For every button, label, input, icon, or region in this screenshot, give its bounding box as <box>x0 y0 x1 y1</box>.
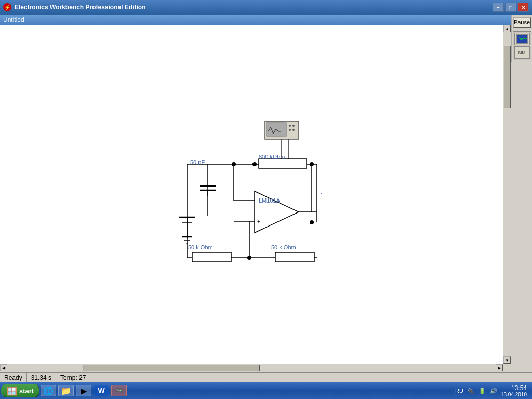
svg-point-4 <box>289 125 291 127</box>
svg-text:50 k Ohm: 50 k Ohm <box>271 244 296 250</box>
status-bar: Ready 31.34 s Temp: 27 <box>0 372 532 382</box>
tray-network-icon: 🔌 <box>467 387 475 395</box>
svg-text:+: + <box>257 219 260 224</box>
svg-rect-35 <box>275 252 314 262</box>
scroll-thumb-h[interactable] <box>83 365 260 371</box>
system-tray: RU 🔌 🔋 🔊 13:54 13.04.2010 <box>451 384 531 397</box>
close-button[interactable]: ✕ <box>517 3 529 12</box>
minimize-button[interactable]: − <box>493 3 504 12</box>
circuit-canvas: 50 pF 800 kΩhm <box>0 25 503 372</box>
tray-volume-icon: 🔊 <box>489 387 498 395</box>
scroll-down-arrow[interactable]: ▼ <box>503 356 511 364</box>
svg-point-5 <box>292 125 295 127</box>
start-label: start <box>19 387 34 395</box>
svg-rect-33 <box>192 252 231 262</box>
taskbar: 🪟 start 🌐 📁 ▶ W 🎮 RU 🔌 🔋 🔊 13:54 13.04.2… <box>0 382 532 399</box>
clock-time: 13:54 <box>511 384 527 392</box>
svg-point-7 <box>292 129 295 131</box>
app-title: Electronics Workbench Professional Editi… <box>15 4 493 11</box>
svg-rect-22 <box>259 159 307 168</box>
maximize-button[interactable]: □ <box>505 3 516 12</box>
clock-date: 13.04.2010 <box>501 392 527 397</box>
svg-text:·: · <box>321 191 322 196</box>
svg-point-12 <box>252 162 257 166</box>
circuit-window: Untitled <box>0 15 511 372</box>
taskbar-explorer[interactable]: 📁 <box>58 385 74 396</box>
scroll-left-arrow[interactable]: ◀ <box>0 364 7 371</box>
right-panel: Pause MM <box>511 15 532 62</box>
taskbar-ewb[interactable]: 🎮 <box>111 385 127 396</box>
svg-point-6 <box>289 129 291 131</box>
app-icon: ⚡ <box>3 3 11 11</box>
svg-text:50 k Ohm: 50 k Ohm <box>188 244 213 250</box>
scrollbar-vertical[interactable]: ▲ ▼ <box>503 25 511 364</box>
scroll-thumb-v[interactable] <box>504 46 511 108</box>
status-text: Ready <box>4 374 22 381</box>
scrollbar-horizontal[interactable]: ◀ ▶ <box>0 364 503 372</box>
svg-point-21 <box>310 220 314 224</box>
circuit-diagram: 50 pF 800 kΩhm <box>0 25 503 372</box>
multimeter-btn[interactable]: MM <box>514 46 530 59</box>
pause-button[interactable]: Pause <box>513 17 531 28</box>
circuit-titlebar: Untitled <box>0 15 511 25</box>
svg-text:−: − <box>257 198 260 204</box>
scroll-up-arrow[interactable]: ▲ <box>503 25 511 32</box>
tray-language: RU <box>455 388 463 394</box>
status-ready: Ready <box>0 373 27 382</box>
tray-power-icon: 🔋 <box>478 387 486 395</box>
status-time: 31.34 s <box>27 373 56 382</box>
taskbar-word[interactable]: W <box>94 385 109 396</box>
svg-text:LM101A: LM101A <box>259 197 281 204</box>
svg-text:50 pF: 50 pF <box>190 159 205 165</box>
taskbar-ie[interactable]: 🌐 <box>41 385 56 396</box>
status-temp: Temp: 27 <box>56 373 90 382</box>
scope-btn[interactable] <box>514 33 530 45</box>
main-area: Untitled <box>0 15 511 382</box>
start-button[interactable]: 🪟 start <box>1 384 39 397</box>
taskbar-media[interactable]: ▶ <box>76 385 91 396</box>
instruments-panel: MM <box>513 31 531 60</box>
svg-text:800 kΩhm: 800 kΩhm <box>259 154 285 160</box>
window-controls: − □ ✕ <box>493 3 529 12</box>
circuit-title: Untitled <box>3 16 24 23</box>
scroll-right-arrow[interactable]: ▶ <box>496 364 503 371</box>
sim-time: 31.34 s <box>31 374 51 381</box>
title-bar: ⚡ Electronics Workbench Professional Edi… <box>0 0 532 15</box>
temp-value: Temp: 27 <box>60 374 86 381</box>
